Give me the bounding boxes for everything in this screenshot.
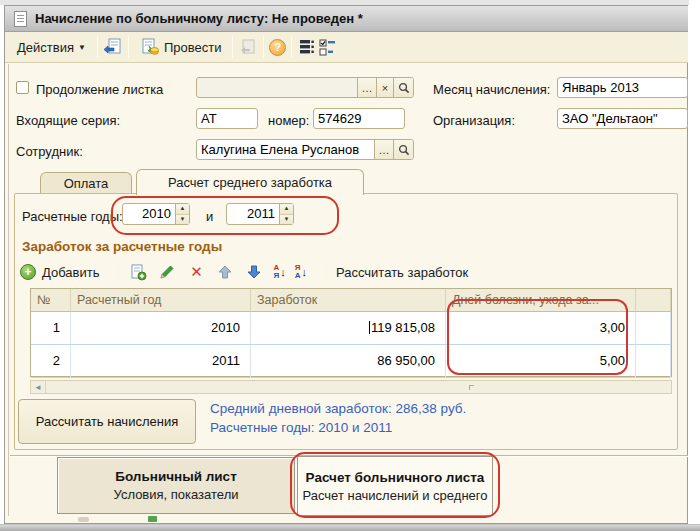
table-row-1-empty [636,312,671,345]
toolbar-separator [128,36,129,58]
month-field[interactable]: Январь 2013 [557,77,688,98]
col-header-sick-days[interactable]: Дней болезни, ухода за... [446,289,636,312]
earnings-table: № Расчетный год Заработок Дней болезни, … [30,288,672,377]
actions-menu-label: Действия [17,40,74,55]
continuation-choose-button[interactable]: … [357,78,376,97]
table-horizontal-scrollbar[interactable]: ◄ [30,380,672,394]
continuation-field[interactable]: … × [196,77,414,98]
sort-az-icon: А Я [273,264,279,280]
scroll-left-icon: ◄ [34,383,42,392]
copy-icon [129,263,147,281]
magnifier-icon [398,82,410,94]
spin-down-icon: ▼ [176,214,189,225]
month-label: Месяц начисления: [433,82,550,97]
bottom-tab-subtitle: Расчет начислений и среднего [303,488,488,503]
col-header-year[interactable]: Расчетный год [71,289,251,312]
help-button[interactable]: ? [269,39,286,56]
clear-icon: × [382,82,388,94]
add-row-button[interactable]: + Добавить [20,264,99,280]
calc-years-label: Расчетные годы: [22,209,123,224]
undo-post-button-disabled [238,37,258,57]
copy-row-button[interactable] [128,262,148,282]
sort-ascending-button[interactable]: А Я ↓ [273,264,285,280]
table-row-1-number[interactable]: 1 [31,312,71,345]
bottom-tab-sick-list-calculation[interactable]: Расчет больничного листа Расчет начислен… [297,456,493,516]
bottom-tab-sick-list[interactable]: Больничный лист Условия, показатели [57,457,295,514]
sort-arrow-icon: ↓ [302,266,308,278]
window-bottom-border [0,524,700,531]
bottom-tab-title: Расчет больничного листа [306,470,485,485]
year1-spinner[interactable]: 2010 ▲ ▼ [122,203,190,225]
organization-value: ЗАО "Дельтаон" [558,111,687,126]
spin-up-icon: ▲ [280,204,293,214]
pencil-icon [158,263,176,281]
checkbox-settings-icon [318,38,336,56]
arrow-up-icon [217,264,233,280]
delete-row-button[interactable]: ✕ [186,262,206,282]
table-row-1-days[interactable]: 3,00 [446,312,636,345]
table-row-2-empty [636,345,671,378]
continuation-checkbox[interactable] [16,81,29,94]
post-document-icon [140,37,160,57]
employee-open-button[interactable] [393,140,413,159]
sort-descending-button[interactable]: Я А ↓ [295,264,307,280]
continuation-label: Продолжение листка [36,82,163,97]
title-bar: Начисление по больничному листу: Не пров… [5,6,688,32]
tab-average-earnings[interactable]: Расчет среднего заработка [136,169,364,195]
table-row-2-year[interactable]: 2011 [71,345,251,378]
avg-daily-earnings-text: Средний дневной заработок: 286,38 руб. [210,401,466,416]
table-row-2-earnings[interactable]: 86 950,00 [251,345,446,378]
series-value: АТ [197,111,257,126]
year2-spin-buttons[interactable]: ▲ ▼ [279,204,293,224]
calc-accruals-button[interactable]: Рассчитать начисления [18,399,196,444]
tab-payment[interactable]: Оплата [40,172,132,194]
year1-spin-buttons[interactable]: ▲ ▼ [175,204,189,224]
bottom-tab-subtitle: Условия, показатели [114,487,239,502]
toolbar-separator [263,36,264,58]
move-down-button[interactable] [244,262,264,282]
table-row-2-days[interactable]: 5,00 [446,345,636,378]
save-and-close-button[interactable] [103,37,123,57]
post-document-label: Провести [164,40,222,55]
add-row-label: Добавить [42,265,99,280]
col-header-earnings[interactable]: Заработок [251,289,446,312]
employee-field[interactable]: Калугина Елена Русланов … [196,139,414,160]
organization-field[interactable]: ЗАО "Дельтаон" [557,108,688,129]
post-document-button[interactable]: Провести [134,35,228,59]
year2-spinner[interactable]: 2011 ▲ ▼ [226,203,294,225]
scroll-left-button[interactable]: ◄ [31,381,46,393]
table-row-2-number[interactable]: 2 [31,345,71,378]
scrollbar-mark [469,385,474,390]
employee-label: Сотрудник: [16,144,83,159]
table-row-1-year[interactable]: 2010 [71,312,251,345]
cropped-icon-fragment [148,516,157,522]
continuation-clear-button[interactable]: × [376,78,393,97]
employee-choose-button[interactable]: … [374,140,393,159]
calc-earnings-button[interactable]: Рассчитать заработок [336,265,468,280]
number-field[interactable]: 574629 [313,108,405,129]
col-header-number[interactable]: № [31,289,71,312]
calc-years-summary-text: Расчетные годы: 2010 и 2011 [210,420,392,435]
calc-accruals-label: Рассчитать начисления [36,414,178,429]
tab-payment-label: Оплата [64,176,109,191]
toolbar-separator [113,261,114,283]
edit-row-button[interactable] [157,262,177,282]
move-up-button[interactable] [215,262,235,282]
text-caret [369,321,370,334]
cropped-icon-fragment [78,517,89,522]
continuation-open-button[interactable] [393,78,413,97]
structure-list-button[interactable] [297,37,317,57]
actions-menu-button[interactable]: Действия ▼ [11,38,92,57]
bottom-tab-title: Больничный лист [115,469,237,484]
earnings-section-title: Заработок за расчетные годы [22,239,222,254]
toolbar-separator [232,36,233,58]
help-icon: ? [275,41,282,53]
table-command-bar: + Добавить ✕ А Я ↓ Я [20,259,660,285]
add-icon: + [20,264,36,280]
series-field[interactable]: АТ [196,108,258,129]
undo-post-icon [238,37,258,57]
save-close-icon [103,37,123,57]
table-row-1-earnings[interactable]: 119 815,08 [251,312,446,345]
spin-down-icon: ▼ [280,214,293,225]
settings-flags-button[interactable] [317,37,337,57]
